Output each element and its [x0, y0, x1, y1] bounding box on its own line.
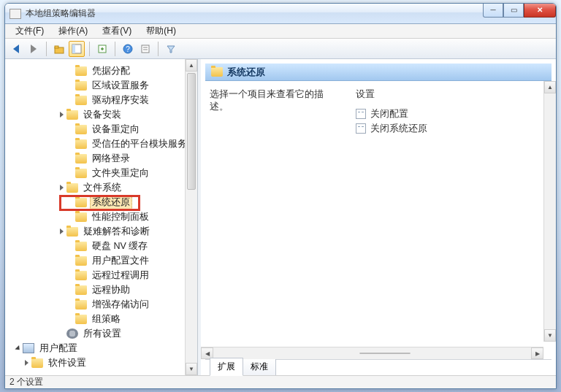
tree-item[interactable]: 受信任的平台模块服务: [5, 137, 197, 151]
tree-pane: 凭据分配区域设置服务驱动程序安装设备安装设备重定向受信任的平台模块服务网络登录文…: [5, 59, 198, 375]
tree-item[interactable]: 疑难解答和诊断: [5, 224, 197, 239]
tree-item-label: 远程过程调用: [90, 269, 151, 283]
tree-item[interactable]: 组策略: [5, 312, 197, 326]
folder-icon: [31, 358, 43, 368]
detail-vscrollbar[interactable]: ▲ ▼: [543, 81, 556, 342]
close-button[interactable]: ✕: [524, 3, 556, 18]
tree-item[interactable]: 设备安装: [5, 107, 197, 122]
show-tree-button[interactable]: [69, 41, 85, 57]
column-header-setting[interactable]: 设置: [356, 88, 547, 101]
folder-icon: [66, 110, 78, 120]
folder-icon: [75, 198, 87, 207]
tree-item[interactable]: 文件夹重定向: [5, 166, 197, 180]
titlebar[interactable]: 本地组策略编辑器 ─ ▭ ✕: [5, 4, 556, 24]
folder-icon: [75, 285, 87, 295]
tab-standard[interactable]: 标准: [243, 358, 276, 375]
tree-item[interactable]: 远程过程调用: [5, 268, 197, 283]
folder-icon: [75, 81, 87, 91]
tree-item-label: 受信任的平台模块服务: [90, 137, 189, 151]
detail-hscrollbar[interactable]: ◀ ▶: [201, 347, 543, 359]
menu-view[interactable]: 查看(V): [95, 23, 139, 39]
tree-item-label: 性能控制面板: [90, 210, 151, 224]
tree-item[interactable]: 网络登录: [5, 151, 197, 166]
tree-item-label: 网络登录: [90, 152, 132, 166]
folder-icon: [75, 125, 87, 134]
tree-item-label: 区域设置服务: [90, 79, 151, 93]
tree-item[interactable]: 所有设置: [5, 326, 197, 341]
expand-icon[interactable]: [58, 184, 65, 191]
tree-item-label: 组策略: [90, 312, 123, 326]
tree-item-label: 系统还原: [90, 196, 132, 210]
minimize-button[interactable]: ─: [483, 3, 503, 18]
expand-icon[interactable]: [23, 359, 30, 366]
tree-item-label: 设备安装: [81, 108, 123, 122]
folder-icon: [66, 227, 78, 237]
tree-item-label: 设备重定向: [90, 123, 142, 137]
folder-icon: [75, 169, 87, 178]
help-button[interactable]: ?: [120, 41, 136, 57]
setting-item[interactable]: 关闭配置: [356, 107, 547, 121]
tree-item[interactable]: 用户配置文件: [5, 253, 197, 268]
tree-item[interactable]: 区域设置服务: [5, 78, 197, 93]
folder-icon: [75, 139, 87, 149]
tree-item[interactable]: 凭据分配: [5, 64, 197, 78]
tree-item[interactable]: 系统还原: [5, 195, 197, 210]
folder-icon: [75, 154, 87, 164]
folder-icon: [75, 242, 87, 251]
menu-help[interactable]: 帮助(H): [139, 23, 183, 39]
tree-item[interactable]: 驱动程序安装: [5, 93, 197, 107]
folder-icon: [75, 315, 87, 324]
scroll-down-button[interactable]: ▼: [186, 363, 197, 375]
tree-scrollbar[interactable]: ▲ ▼: [185, 59, 197, 375]
policy-icon: [356, 123, 366, 134]
setting-label: 关闭系统还原: [370, 123, 427, 135]
tree-item[interactable]: 硬盘 NV 缓存: [5, 239, 197, 253]
tree-item[interactable]: 文件系统: [5, 180, 197, 195]
menu-file[interactable]: 文件(F): [8, 23, 51, 39]
tab-extended[interactable]: 扩展: [210, 358, 243, 376]
svg-text:?: ?: [126, 45, 130, 53]
detail-tabs: 扩展 标准: [205, 359, 552, 375]
scroll-thumb[interactable]: [187, 73, 196, 190]
tree-item-label: 远程协助: [90, 283, 132, 297]
back-button[interactable]: [8, 41, 24, 57]
scroll-right-button[interactable]: ▶: [531, 347, 543, 359]
expand-icon[interactable]: [58, 111, 65, 118]
tree-item[interactable]: 软件设置: [5, 356, 197, 370]
menu-action[interactable]: 操作(A): [51, 23, 95, 39]
up-button[interactable]: [51, 41, 67, 57]
detail-title: 系统还原: [227, 66, 265, 79]
scroll-up-button[interactable]: ▲: [544, 81, 556, 93]
tree-item[interactable]: 设备重定向: [5, 122, 197, 137]
folder-icon: [75, 96, 87, 105]
maximize-button[interactable]: ▭: [503, 3, 524, 18]
tree-item-label: 疑难解答和诊断: [81, 225, 152, 239]
comp-icon: [23, 343, 34, 353]
setting-item[interactable]: 关闭系统还原: [356, 121, 547, 136]
gear-icon: [66, 328, 78, 339]
svg-rect-3: [72, 45, 75, 53]
scroll-thumb[interactable]: [359, 353, 411, 354]
tree-item-label: 软件设置: [46, 356, 88, 370]
folder-icon: [75, 256, 87, 266]
filter-button[interactable]: [163, 41, 179, 57]
tree-item-label: 所有设置: [81, 327, 123, 341]
scroll-down-button[interactable]: ▼: [544, 329, 556, 342]
tree-item-label: 用户配置: [37, 342, 80, 356]
folder-icon: [75, 300, 87, 310]
tree-item[interactable]: 用户配置: [5, 341, 197, 356]
tree-item-label: 文件夹重定向: [90, 166, 151, 180]
folder-icon: [75, 212, 87, 222]
forward-button[interactable]: [26, 41, 42, 57]
export-button[interactable]: [94, 41, 110, 57]
expand-icon[interactable]: [58, 228, 65, 235]
tree-item[interactable]: 增强存储访问: [5, 297, 197, 312]
properties-button[interactable]: [137, 41, 153, 57]
scroll-up-button[interactable]: ▲: [186, 59, 197, 72]
setting-label: 关闭配置: [370, 108, 408, 120]
tree-item[interactable]: 性能控制面板: [5, 210, 197, 224]
expand-icon[interactable]: [14, 345, 21, 352]
tree-item[interactable]: 远程协助: [5, 283, 197, 297]
detail-header: 系统还原: [205, 64, 552, 81]
tree-item-label: 硬盘 NV 缓存: [90, 239, 150, 253]
